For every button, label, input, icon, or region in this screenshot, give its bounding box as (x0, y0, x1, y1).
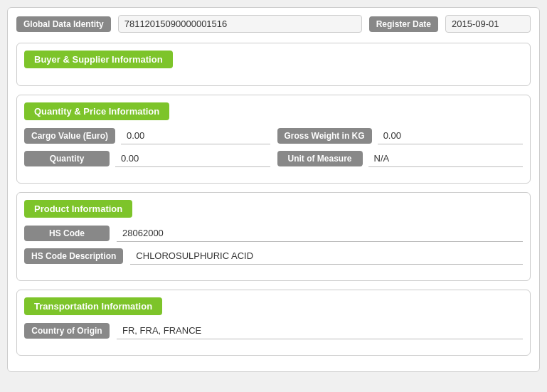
cargo-gross-row: Cargo Value (Euro) 0.00 Gross Weight in … (24, 127, 523, 144)
hs-desc-value: CHLOROSULPHURIC ACID (130, 248, 523, 265)
hs-code-row: HS Code 28062000 (24, 225, 523, 242)
quantity-value: 0.00 (115, 150, 270, 167)
quantity-group: Quantity 0.00 (24, 150, 270, 167)
hs-desc-row: HS Code Description CHLOROSULPHURIC ACID (24, 248, 523, 265)
cargo-value: 0.00 (121, 127, 270, 144)
buyer-supplier-title: Buyer & Supplier Information (24, 51, 173, 68)
gross-weight-group: Gross Weight in KG 0.00 (277, 127, 524, 144)
quantity-price-section: Quantity & Price Information Cargo Value… (16, 95, 531, 184)
gross-weight-label: Gross Weight in KG (277, 128, 372, 144)
gdi-label: Global Data Identity (16, 16, 111, 32)
cargo-value-group: Cargo Value (Euro) 0.00 (24, 127, 270, 144)
transportation-section: Transportation Information Country of Or… (16, 290, 531, 356)
country-origin-label: Country of Origin (24, 323, 110, 339)
page-wrapper: Global Data Identity 7811201509000000151… (7, 7, 540, 372)
register-date-value: 2015-09-01 (445, 15, 531, 33)
register-date-label: Register Date (369, 16, 438, 32)
product-section: Product Information HS Code 28062000 HS … (16, 192, 531, 281)
hs-code-value: 28062000 (117, 225, 523, 242)
hs-code-label: HS Code (24, 226, 110, 241)
gdi-value: 78112015090000001516 (118, 15, 362, 33)
buyer-supplier-section: Buyer & Supplier Information (16, 43, 531, 86)
country-origin-row: Country of Origin FR, FRA, FRANCE (24, 322, 523, 339)
quantity-unit-row: Quantity 0.00 Unit of Measure N/A (24, 150, 523, 167)
header-row: Global Data Identity 7811201509000000151… (16, 15, 531, 33)
unit-measure-value: N/A (368, 150, 524, 167)
hs-desc-label: HS Code Description (24, 248, 123, 264)
unit-measure-group: Unit of Measure N/A (277, 150, 524, 167)
quantity-label: Quantity (24, 151, 110, 166)
transportation-title: Transportation Information (24, 297, 162, 315)
unit-measure-label: Unit of Measure (277, 151, 363, 166)
quantity-price-title: Quantity & Price Information (24, 102, 169, 120)
product-title: Product Information (24, 200, 132, 218)
cargo-value-label: Cargo Value (Euro) (24, 128, 115, 144)
country-origin-value: FR, FRA, FRANCE (117, 322, 523, 339)
gross-weight: 0.00 (378, 127, 523, 144)
